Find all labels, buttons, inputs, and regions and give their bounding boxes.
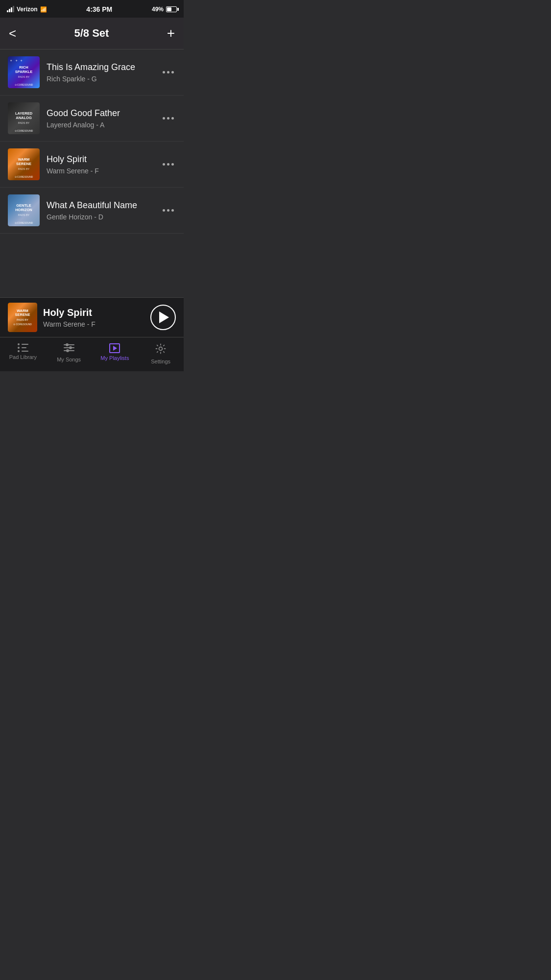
status-right: 49% xyxy=(152,6,177,13)
thumb-sublabel: PADS BY xyxy=(18,214,29,217)
dot xyxy=(171,117,174,120)
dot xyxy=(167,209,169,212)
list-item[interactable]: GENTLEHORIZON PADS BY ⊙ coresound What A… xyxy=(0,188,184,234)
song-meta: Warm Serene - F xyxy=(47,167,161,175)
signal-bar-3 xyxy=(11,7,12,12)
tab-pad-library[interactable]: Pad Library xyxy=(0,341,46,366)
signal-bars xyxy=(7,6,14,12)
song-meta: Gentle Horizon - D xyxy=(47,213,161,221)
dot xyxy=(163,71,165,73)
battery-percent: 49% xyxy=(152,6,164,13)
gear-icon xyxy=(155,343,166,357)
song-thumbnail: LAYEREDANALOG PADS BY ⊙ coresound xyxy=(8,102,40,134)
tab-label-my-songs: My Songs xyxy=(57,357,81,362)
song-title: Holy Spirit xyxy=(47,154,161,165)
status-bar: Verizon 📶 4:36 PM 49% xyxy=(0,0,184,18)
dot xyxy=(171,163,174,166)
song-title: This Is Amazing Grace xyxy=(47,62,161,72)
tab-settings[interactable]: Settings xyxy=(138,341,184,366)
wifi-icon: 📶 xyxy=(40,6,47,13)
signal-bar-4 xyxy=(13,6,14,12)
battery-icon xyxy=(166,6,177,12)
play-button[interactable] xyxy=(150,305,176,330)
list-item[interactable]: WARMSERENE PADS BY ⊙ coresound Holy Spir… xyxy=(0,142,184,188)
song-list: RICHSPARKLE PADS BY ⊙ coresound This Is … xyxy=(0,49,184,234)
coresound-logo: ⊙ coresound xyxy=(8,83,40,86)
song-info: Good Good Father Layered Analog - A xyxy=(47,108,161,129)
thumb-label: RICHSPARKLE xyxy=(13,66,34,74)
svg-point-6 xyxy=(159,347,163,351)
thumb-sublabel: PADS BY xyxy=(18,167,29,171)
tab-bar: Pad Library My Songs My Playlists xyxy=(0,337,184,371)
more-button[interactable] xyxy=(161,67,176,77)
song-meta: Layered Analog - A xyxy=(47,121,161,129)
tab-my-playlists[interactable]: My Playlists xyxy=(92,341,138,366)
dot xyxy=(163,163,165,166)
thumb-rich-sparkle: RICHSPARKLE PADS BY ⊙ coresound xyxy=(8,56,40,88)
list-item[interactable]: RICHSPARKLE PADS BY ⊙ coresound This Is … xyxy=(0,49,184,96)
song-thumbnail: GENTLEHORIZON PADS BY ⊙ coresound xyxy=(8,194,40,226)
status-left: Verizon 📶 xyxy=(7,6,47,13)
more-button[interactable] xyxy=(161,113,176,123)
song-info: Holy Spirit Warm Serene - F xyxy=(47,154,161,175)
now-playing-thumbnail: WARMSERENE PADS BY ⊙ coresound xyxy=(8,303,37,332)
back-button[interactable]: < xyxy=(9,24,20,43)
thumb-layered-analog: LAYEREDANALOG PADS BY ⊙ coresound xyxy=(8,102,40,134)
now-playing-meta: Warm Serene - F xyxy=(43,320,144,328)
thumb-sublabel: PADS BY xyxy=(18,75,29,79)
signal-bar-2 xyxy=(9,9,10,12)
dot xyxy=(163,117,165,120)
sliders-icon xyxy=(64,343,74,355)
empty-space xyxy=(0,234,184,297)
thumb-label: LAYEREDANALOG xyxy=(13,112,34,120)
svg-point-1 xyxy=(66,343,69,346)
coresound-logo: ⊙ coresound xyxy=(8,129,40,132)
dot xyxy=(167,71,169,73)
song-info: This Is Amazing Grace Rich Sparkle - G xyxy=(47,62,161,83)
song-thumbnail: RICHSPARKLE PADS BY ⊙ coresound xyxy=(8,56,40,88)
song-title: Good Good Father xyxy=(47,108,161,119)
song-meta: Rich Sparkle - G xyxy=(47,75,161,83)
dot xyxy=(171,209,174,212)
add-button[interactable]: + xyxy=(163,24,175,43)
carrier-label: Verizon xyxy=(17,6,38,13)
song-info: What A Beautiful Name Gentle Horizon - D xyxy=(47,200,161,221)
tab-my-songs[interactable]: My Songs xyxy=(46,341,92,366)
thumb-sublabel: PADS BY xyxy=(18,121,29,125)
svg-point-3 xyxy=(69,346,72,349)
play-icon xyxy=(159,311,169,323)
list-item[interactable]: LAYEREDANALOG PADS BY ⊙ coresound Good G… xyxy=(0,96,184,142)
page-title: 5/8 Set xyxy=(74,27,109,40)
dot xyxy=(167,163,169,166)
coresound-logo: ⊙ coresound xyxy=(8,175,40,178)
tab-label-settings: Settings xyxy=(151,359,170,364)
thumb-gentle-horizon: GENTLEHORIZON PADS BY ⊙ coresound xyxy=(8,194,40,226)
signal-bar-1 xyxy=(7,10,8,12)
song-thumbnail: WARMSERENE PADS BY ⊙ coresound xyxy=(8,148,40,180)
dot xyxy=(167,117,169,120)
thumb-label: WARMSERENE xyxy=(14,158,33,166)
dot xyxy=(163,209,165,212)
coresound-logo: ⊙ coresound xyxy=(8,221,40,224)
song-title: What A Beautiful Name xyxy=(47,200,161,211)
now-playing-title: Holy Spirit xyxy=(43,307,144,318)
thumb-label: GENTLEHORIZON xyxy=(13,204,34,212)
playlist-icon xyxy=(109,343,120,353)
more-button[interactable] xyxy=(161,205,176,215)
svg-point-5 xyxy=(66,349,69,352)
header: < 5/8 Set + xyxy=(0,18,184,49)
tab-label-pad-library: Pad Library xyxy=(9,354,37,360)
list-icon xyxy=(18,343,28,352)
now-playing-info: Holy Spirit Warm Serene - F xyxy=(43,307,144,328)
more-button[interactable] xyxy=(161,159,176,169)
tab-label-my-playlists: My Playlists xyxy=(100,355,129,361)
dot xyxy=(171,71,174,73)
thumb-warm-serene: WARMSERENE PADS BY ⊙ coresound xyxy=(8,148,40,180)
status-time: 4:36 PM xyxy=(86,5,112,13)
now-playing-bar[interactable]: WARMSERENE PADS BY ⊙ coresound Holy Spir… xyxy=(0,297,184,337)
now-playing-thumb-label: WARMSERENE xyxy=(13,309,32,317)
